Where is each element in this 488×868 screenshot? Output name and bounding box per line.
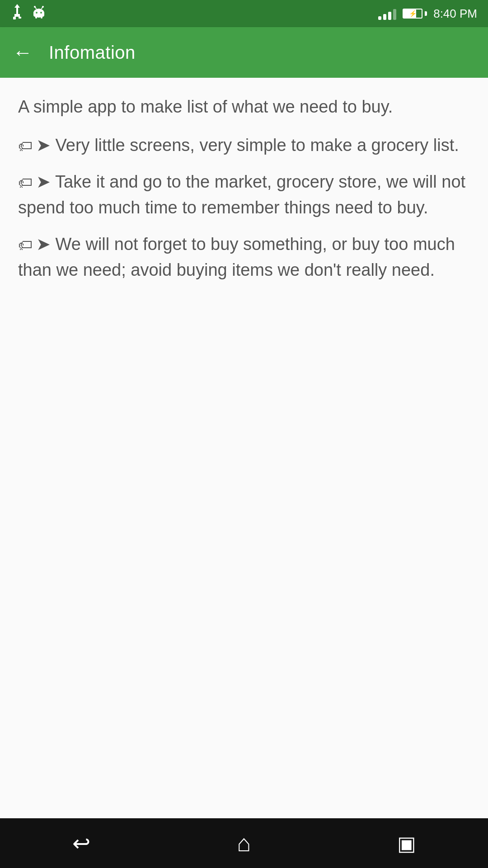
status-bar: ⚡ 8:40 PM [0,0,488,27]
page-title: Infomation [49,42,136,63]
bullet-text-2: 🏷➤ Take it and go to the market, grocery… [18,169,472,221]
nav-home-button[interactable]: ⌂ [226,825,262,861]
bullet-text-1: 🏷➤ Very little screens, very simple to m… [18,132,459,158]
status-time: 8:40 PM [433,7,477,21]
svg-rect-1 [19,17,21,19]
status-bar-right: ⚡ 8:40 PM [378,7,477,21]
app-bar: ← Infomation [0,27,488,78]
bullet-item-3: 🏷➤ We will not forget to buy something, … [18,231,472,283]
bullet-icon-1: 🏷 [18,138,33,154]
bullet-icon-2: 🏷 [18,175,33,191]
battery-icon: ⚡ [403,9,427,19]
signal-bar-2 [383,14,386,20]
nav-bar: ↩ ⌂ ▣ [0,818,488,868]
bullet-text-3: 🏷➤ We will not forget to buy something, … [18,231,472,283]
signal-bar-3 [388,12,391,20]
bullet-icon-3: 🏷 [18,237,33,253]
svg-point-5 [40,12,42,14]
svg-point-9 [42,6,44,8]
nav-back-button[interactable]: ↩ [63,825,99,861]
bullet-item-1: 🏷➤ Very little screens, very simple to m… [18,132,472,158]
bullet-item-2: 🏷➤ Take it and go to the market, grocery… [18,169,472,221]
svg-point-8 [34,6,36,8]
signal-bars [378,7,396,20]
android-icon [32,5,46,23]
svg-rect-0 [13,17,16,19]
svg-rect-3 [33,11,44,17]
usb-icon [11,4,23,24]
content-area: A simple app to make list of what we nee… [0,78,488,818]
signal-bar-4 [393,9,396,20]
svg-point-4 [36,12,38,14]
nav-recents-button[interactable]: ▣ [389,825,425,861]
intro-paragraph: A simple app to make list of what we nee… [18,94,472,120]
back-button[interactable]: ← [13,42,33,62]
status-bar-left [11,4,46,24]
signal-bar-1 [378,16,381,20]
